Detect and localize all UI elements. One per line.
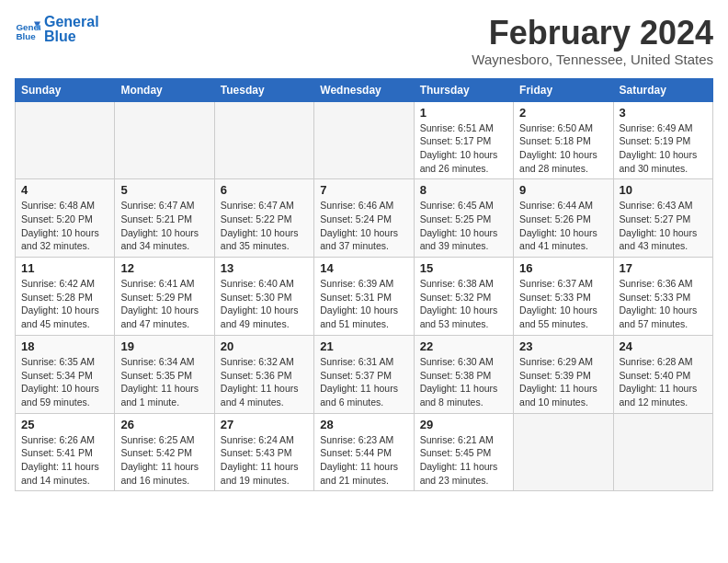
day-info: Sunrise: 6:37 AM Sunset: 5:33 PM Dayligh… [519,277,607,331]
title-block: February 2024 Waynesboro, Tennessee, Uni… [472,15,713,67]
day-info: Sunrise: 6:46 AM Sunset: 5:24 PM Dayligh… [320,199,407,253]
calendar-cell: 29Sunrise: 6:21 AM Sunset: 5:45 PM Dayli… [414,413,513,491]
calendar-cell: 22Sunrise: 6:30 AM Sunset: 5:38 PM Dayli… [414,335,513,413]
day-number: 15 [420,261,507,275]
calendar-cell [16,101,115,179]
day-number: 29 [420,418,507,431]
calendar-cell: 18Sunrise: 6:35 AM Sunset: 5:34 PM Dayli… [16,335,115,413]
day-info: Sunrise: 6:49 AM Sunset: 5:19 PM Dayligh… [620,121,707,176]
day-number: 4 [21,183,108,197]
logo-icon: General Blue [15,17,40,42]
day-number: 5 [120,183,208,197]
day-info: Sunrise: 6:32 AM Sunset: 5:36 PM Dayligh… [221,355,308,409]
day-number: 12 [120,261,208,275]
day-header: Tuesday [214,78,313,101]
calendar-cell: 5Sunrise: 6:47 AM Sunset: 5:21 PM Daylig… [115,179,214,258]
calendar-cell: 14Sunrise: 6:39 AM Sunset: 5:31 PM Dayli… [314,258,414,336]
calendar-cell: 9Sunrise: 6:44 AM Sunset: 5:26 PM Daylig… [514,179,613,258]
day-number: 27 [221,418,308,431]
day-info: Sunrise: 6:28 AM Sunset: 5:40 PM Dayligh… [620,355,707,409]
day-info: Sunrise: 6:30 AM Sunset: 5:38 PM Dayligh… [420,355,507,409]
day-number: 23 [519,339,607,353]
svg-text:Blue: Blue [16,31,36,41]
logo: General Blue General Blue [15,15,99,44]
day-info: Sunrise: 6:24 AM Sunset: 5:43 PM Dayligh… [221,433,308,488]
day-number: 25 [21,418,108,431]
day-header: Friday [514,78,613,101]
calendar-week-row: 18Sunrise: 6:35 AM Sunset: 5:34 PM Dayli… [16,335,713,413]
day-header: Wednesday [314,78,414,101]
calendar-body: 1Sunrise: 6:51 AM Sunset: 5:17 PM Daylig… [16,101,713,491]
day-number: 13 [221,261,308,275]
day-info: Sunrise: 6:34 AM Sunset: 5:35 PM Dayligh… [120,355,208,409]
day-number: 19 [120,339,208,353]
calendar-cell: 1Sunrise: 6:51 AM Sunset: 5:17 PM Daylig… [414,101,513,179]
calendar-cell [214,101,313,179]
calendar-cell: 3Sunrise: 6:49 AM Sunset: 5:19 PM Daylig… [613,101,712,179]
subtitle: Waynesboro, Tennessee, United States [472,52,713,67]
day-info: Sunrise: 6:38 AM Sunset: 5:32 PM Dayligh… [420,277,507,331]
page-header: General Blue General Blue February 2024 … [15,15,713,67]
day-number: 9 [519,183,607,197]
calendar-cell: 26Sunrise: 6:25 AM Sunset: 5:42 PM Dayli… [115,413,214,491]
calendar-cell: 27Sunrise: 6:24 AM Sunset: 5:43 PM Dayli… [214,413,313,491]
calendar-cell: 6Sunrise: 6:47 AM Sunset: 5:22 PM Daylig… [214,179,313,258]
calendar-cell: 16Sunrise: 6:37 AM Sunset: 5:33 PM Dayli… [514,258,613,336]
day-header: Thursday [414,78,513,101]
calendar-cell: 23Sunrise: 6:29 AM Sunset: 5:39 PM Dayli… [514,335,613,413]
day-number: 3 [620,106,707,120]
calendar-cell [613,413,712,491]
day-info: Sunrise: 6:36 AM Sunset: 5:33 PM Dayligh… [620,277,707,331]
day-info: Sunrise: 6:43 AM Sunset: 5:27 PM Dayligh… [620,199,707,253]
calendar-week-row: 4Sunrise: 6:48 AM Sunset: 5:20 PM Daylig… [16,179,713,258]
calendar-cell: 10Sunrise: 6:43 AM Sunset: 5:27 PM Dayli… [613,179,712,258]
day-number: 1 [420,106,507,120]
calendar-week-row: 1Sunrise: 6:51 AM Sunset: 5:17 PM Daylig… [16,101,713,179]
day-info: Sunrise: 6:25 AM Sunset: 5:42 PM Dayligh… [120,433,208,488]
calendar-cell: 12Sunrise: 6:41 AM Sunset: 5:29 PM Dayli… [115,258,214,336]
calendar-cell [314,101,414,179]
day-info: Sunrise: 6:39 AM Sunset: 5:31 PM Dayligh… [320,277,407,331]
day-number: 16 [519,261,607,275]
day-number: 18 [21,339,108,353]
calendar-cell: 8Sunrise: 6:45 AM Sunset: 5:25 PM Daylig… [414,179,513,258]
day-info: Sunrise: 6:51 AM Sunset: 5:17 PM Dayligh… [420,121,507,176]
calendar-cell: 11Sunrise: 6:42 AM Sunset: 5:28 PM Dayli… [16,258,115,336]
day-info: Sunrise: 6:31 AM Sunset: 5:37 PM Dayligh… [320,355,407,409]
day-info: Sunrise: 6:42 AM Sunset: 5:28 PM Dayligh… [21,277,108,331]
day-number: 17 [620,261,707,275]
logo-text: General Blue [44,15,99,44]
calendar-cell: 19Sunrise: 6:34 AM Sunset: 5:35 PM Dayli… [115,335,214,413]
day-header: Sunday [16,78,115,101]
day-info: Sunrise: 6:41 AM Sunset: 5:29 PM Dayligh… [120,277,208,331]
calendar-cell: 25Sunrise: 6:26 AM Sunset: 5:41 PM Dayli… [16,413,115,491]
day-number: 7 [320,183,407,197]
day-info: Sunrise: 6:23 AM Sunset: 5:44 PM Dayligh… [320,433,407,488]
day-info: Sunrise: 6:40 AM Sunset: 5:30 PM Dayligh… [221,277,308,331]
main-title: February 2024 [472,15,713,52]
calendar-cell: 4Sunrise: 6:48 AM Sunset: 5:20 PM Daylig… [16,179,115,258]
day-header: Monday [115,78,214,101]
day-number: 24 [620,339,707,353]
day-number: 10 [620,183,707,197]
day-info: Sunrise: 6:45 AM Sunset: 5:25 PM Dayligh… [420,199,507,253]
day-info: Sunrise: 6:26 AM Sunset: 5:41 PM Dayligh… [21,433,108,488]
day-info: Sunrise: 6:29 AM Sunset: 5:39 PM Dayligh… [519,355,607,409]
day-info: Sunrise: 6:35 AM Sunset: 5:34 PM Dayligh… [21,355,108,409]
day-info: Sunrise: 6:21 AM Sunset: 5:45 PM Dayligh… [420,433,507,488]
calendar-cell: 28Sunrise: 6:23 AM Sunset: 5:44 PM Dayli… [314,413,414,491]
day-number: 14 [320,261,407,275]
day-number: 2 [519,106,607,120]
day-number: 6 [221,183,308,197]
calendar-table: SundayMondayTuesdayWednesdayThursdayFrid… [15,78,713,492]
day-header: Saturday [613,78,712,101]
calendar-cell: 13Sunrise: 6:40 AM Sunset: 5:30 PM Dayli… [214,258,313,336]
calendar-week-row: 25Sunrise: 6:26 AM Sunset: 5:41 PM Dayli… [16,413,713,491]
day-number: 8 [420,183,507,197]
day-number: 22 [420,339,507,353]
day-info: Sunrise: 6:47 AM Sunset: 5:22 PM Dayligh… [221,199,308,253]
calendar-cell: 2Sunrise: 6:50 AM Sunset: 5:18 PM Daylig… [514,101,613,179]
calendar-cell: 15Sunrise: 6:38 AM Sunset: 5:32 PM Dayli… [414,258,513,336]
calendar-cell: 7Sunrise: 6:46 AM Sunset: 5:24 PM Daylig… [314,179,414,258]
day-info: Sunrise: 6:44 AM Sunset: 5:26 PM Dayligh… [519,199,607,253]
